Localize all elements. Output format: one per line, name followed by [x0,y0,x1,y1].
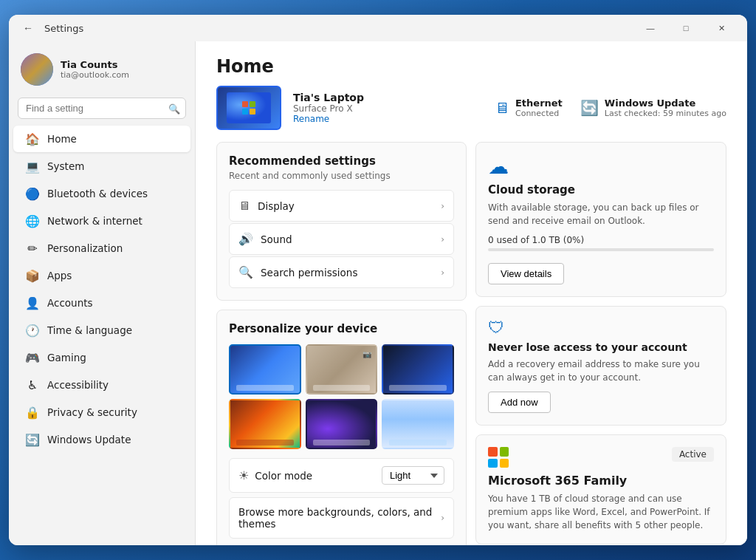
device-name: Tia's Laptop [293,92,483,103]
sidebar-item-label-personalization: Personalization [47,242,123,254]
settings-list: 🖥 Display › 🔊 Sound › [229,190,454,288]
sound-setting-row[interactable]: 🔊 Sound › [229,223,454,255]
sidebar-item-home[interactable]: 🏠 Home [13,126,190,152]
update-icon: 🔄 [25,432,40,447]
time-icon: 🕐 [25,323,40,338]
ms365-title: Microsoft 365 Family [488,474,714,488]
color-mode-select[interactable]: Light Dark Custom [382,466,444,485]
device-rename-link[interactable]: Rename [293,114,483,124]
sidebar-item-gaming[interactable]: 🎮 Gaming [13,344,190,371]
wallpaper-thumb-2[interactable] [382,344,454,395]
account-security-desc: Add a recovery email address to make sur… [488,358,714,384]
storage-bar-wrap: 0 used of 1.0 TB (0%) [488,235,714,251]
privacy-icon: 🔒 [25,405,40,420]
sidebar-item-accessibility[interactable]: ♿ Accessibility [13,372,190,398]
sidebar-item-bluetooth[interactable]: 🔵 Bluetooth & devices [13,180,190,207]
sidebar-item-label-home: Home [47,133,77,145]
windows-logo-small [242,101,255,115]
sidebar-item-label-gaming: Gaming [47,352,86,363]
sidebar-item-system[interactable]: 💻 System [13,153,190,180]
wallpaper-thumb-3[interactable] [229,399,301,449]
storage-bar [488,248,714,251]
display-icon: 🖥 [238,199,250,213]
add-now-button[interactable]: Add now [488,392,551,413]
sidebar-item-windows-update[interactable]: 🔄 Windows Update [13,426,190,453]
avatar-image [21,53,53,86]
wallpaper-thumb-5[interactable] [382,399,454,449]
right-column: ☁ Cloud storage With available storage, … [475,142,726,545]
color-mode-row: ☀ Color mode Light Dark Custom [229,458,454,493]
recommended-settings-card: Recommended settings Recent and commonly… [216,142,467,301]
storage-label: 0 used of 1.0 TB (0%) [488,235,714,245]
sidebar-item-label-privacy: Privacy & security [47,406,137,418]
minimize-button[interactable]: — [633,16,667,40]
sidebar-item-label-accounts: Accounts [47,297,93,309]
display-setting-row[interactable]: 🖥 Display › [229,190,454,222]
wp-desktop-bar-4 [313,440,371,445]
profile-name: Tia Counts [61,59,129,70]
search-input[interactable] [18,98,186,119]
sidebar-item-accounts[interactable]: 👤 Accounts [13,290,190,316]
search-permissions-icon: 🔍 [238,265,253,279]
wp-desktop-bar-3 [236,440,294,445]
sidebar-item-apps[interactable]: 📦 Apps [13,262,190,289]
profile-email: tia@outlook.com [61,70,129,80]
wp-desktop-bar-2 [389,385,447,391]
titlebar-left: ← Settings [18,18,83,38]
accessibility-icon: ♿ [25,378,40,392]
search-icon: 🔍 [168,103,180,114]
close-button[interactable]: ✕ [704,16,738,40]
personalize-title: Personalize your device [229,322,454,335]
titlebar: ← Settings — □ ✕ [9,15,747,41]
sound-chevron: › [441,234,444,245]
sidebar-item-personalization[interactable]: ✏️ Personalization [13,235,190,262]
sound-row-left: 🔊 Sound [238,232,292,246]
sidebar-item-time[interactable]: 🕐 Time & language [13,317,190,344]
ms365-header: Active [488,447,714,468]
accounts-icon: 👤 [25,296,40,310]
sidebar-item-label-time: Time & language [47,324,132,336]
back-button[interactable]: ← [18,18,38,38]
display-label: Display [258,200,295,212]
avatar [21,53,53,86]
ms-logo [488,447,509,468]
sidebar-item-label-bluetooth: Bluetooth & devices [47,188,148,199]
titlebar-controls: — □ ✕ [633,16,738,40]
search-row-left: 🔍 Search permissions [238,265,357,279]
recommended-subtitle: Recent and commonly used settings [229,171,454,181]
color-mode-left: ☀ Color mode [238,468,312,482]
profile-section: Tia Counts tia@outlook.com [9,47,195,98]
sidebar-item-label-update: Windows Update [47,434,131,445]
ethernet-sub: Connected [515,109,563,118]
sound-label: Sound [261,233,292,245]
home-icon: 🏠 [25,132,40,146]
main-grid: Recommended settings Recent and commonly… [196,142,747,545]
nav-list: 🏠 Home 💻 System 🔵 Bluetooth & devices 🌐 … [9,125,195,454]
view-details-button[interactable]: View details [488,263,564,284]
sidebar-item-network[interactable]: 🌐 Network & internet [13,208,190,234]
sidebar-item-label-accessibility: Accessibility [47,379,109,391]
device-bar: Tia's Laptop Surface Pro X Rename 🖥 Ethe… [196,86,747,142]
windows-update-label: Windows Update [605,98,726,109]
device-thumb-inner [227,92,271,123]
maximize-button[interactable]: □ [669,16,703,40]
color-mode-icon: ☀ [238,468,249,482]
apps-icon: 📦 [25,268,40,283]
main-content: Home Tia's Laptop Surface Pro [195,41,747,545]
search-permissions-label: Search permissions [261,267,357,279]
account-security-title: Never lose access to your account [488,341,714,353]
wp-camera-icon: 📷 [362,350,371,358]
page-title: Home [196,41,747,86]
active-badge: Active [672,447,714,462]
search-permissions-row[interactable]: 🔍 Search permissions › [229,256,454,288]
browse-themes-row[interactable]: Browse more backgrounds, colors, and the… [229,497,454,539]
wallpaper-thumb-0[interactable] [229,344,301,395]
cloud-storage-card: ☁ Cloud storage With available storage, … [475,142,726,297]
personalization-icon: ✏️ [25,241,40,256]
content-area: Tia Counts tia@outlook.com 🔍 🏠 Home 💻 Sy… [9,41,747,545]
wallpaper-grid: 📷 [229,344,454,449]
wallpaper-thumb-4[interactable] [306,399,378,449]
sidebar-item-privacy[interactable]: 🔒 Privacy & security [13,399,190,426]
sidebar-item-label-system: System [47,160,84,172]
wallpaper-thumb-1[interactable]: 📷 [306,344,378,395]
